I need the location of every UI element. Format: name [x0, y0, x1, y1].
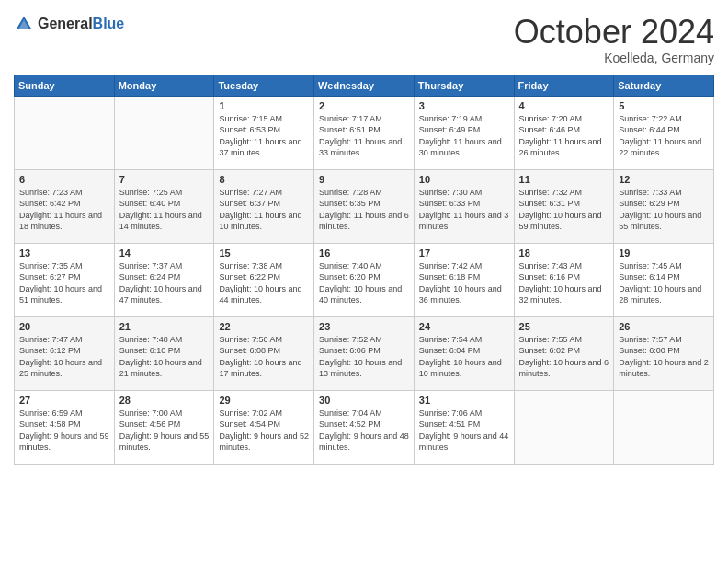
- calendar-cell: 22Sunrise: 7:50 AMSunset: 6:08 PMDayligh…: [214, 316, 314, 390]
- day-number: 20: [19, 321, 109, 332]
- day-number: 22: [219, 321, 309, 332]
- day-number: 19: [619, 247, 709, 259]
- day-number: 2: [319, 100, 409, 111]
- day-number: 16: [319, 247, 409, 259]
- day-number: 17: [419, 247, 509, 259]
- calendar-week-2: 6Sunrise: 7:23 AMSunset: 6:42 PMDaylight…: [15, 169, 714, 243]
- calendar-cell: 23Sunrise: 7:52 AMSunset: 6:06 PMDayligh…: [314, 316, 415, 390]
- day-number: 6: [19, 174, 109, 185]
- calendar-cell: 16Sunrise: 7:40 AMSunset: 6:20 PMDayligh…: [314, 243, 415, 316]
- calendar-cell: 7Sunrise: 7:25 AMSunset: 6:40 PMDaylight…: [114, 169, 214, 243]
- header-saturday: Saturday: [614, 75, 714, 96]
- day-number: 31: [419, 395, 509, 406]
- calendar-cell: 28Sunrise: 7:00 AMSunset: 4:56 PMDayligh…: [114, 390, 214, 464]
- title-block: October 2024 Koelleda, Germany: [514, 14, 714, 65]
- calendar-cell: 27Sunrise: 6:59 AMSunset: 4:58 PMDayligh…: [15, 390, 115, 464]
- calendar-cell: 8Sunrise: 7:27 AMSunset: 6:37 PMDaylight…: [214, 169, 314, 243]
- day-detail: Sunrise: 7:15 AMSunset: 6:53 PMDaylight:…: [219, 113, 309, 159]
- logo-blue: Blue: [93, 16, 125, 31]
- calendar-cell: 12Sunrise: 7:33 AMSunset: 6:29 PMDayligh…: [614, 169, 714, 243]
- header-sunday: Sunday: [15, 75, 115, 96]
- day-detail: Sunrise: 7:57 AMSunset: 6:00 PMDaylight:…: [619, 334, 709, 380]
- calendar-cell: 15Sunrise: 7:38 AMSunset: 6:22 PMDayligh…: [214, 243, 314, 316]
- calendar-cell: 29Sunrise: 7:02 AMSunset: 4:54 PMDayligh…: [214, 390, 314, 464]
- day-detail: Sunrise: 7:48 AMSunset: 6:10 PMDaylight:…: [119, 334, 210, 380]
- day-number: 10: [419, 174, 509, 185]
- calendar-cell: [114, 96, 214, 169]
- day-number: 18: [519, 247, 609, 259]
- day-number: 26: [619, 321, 709, 332]
- calendar-header-row: SundayMondayTuesdayWednesdayThursdayFrid…: [15, 75, 714, 96]
- day-detail: Sunrise: 7:28 AMSunset: 6:35 PMDaylight:…: [319, 187, 409, 233]
- header-friday: Friday: [514, 75, 614, 96]
- calendar-cell: 30Sunrise: 7:04 AMSunset: 4:52 PMDayligh…: [314, 390, 415, 464]
- day-detail: Sunrise: 7:00 AMSunset: 4:56 PMDaylight:…: [119, 408, 210, 454]
- calendar-cell: 31Sunrise: 7:06 AMSunset: 4:51 PMDayligh…: [414, 390, 514, 464]
- day-detail: Sunrise: 7:38 AMSunset: 6:22 PMDaylight:…: [219, 260, 309, 306]
- day-detail: Sunrise: 7:40 AMSunset: 6:20 PMDaylight:…: [319, 260, 409, 306]
- month-title: October 2024: [514, 14, 714, 51]
- day-number: 1: [219, 100, 309, 111]
- calendar-cell: 4Sunrise: 7:20 AMSunset: 6:46 PMDaylight…: [514, 96, 614, 169]
- calendar-cell: 2Sunrise: 7:17 AMSunset: 6:51 PMDaylight…: [314, 96, 415, 169]
- day-number: 28: [119, 395, 210, 406]
- calendar-cell: 11Sunrise: 7:32 AMSunset: 6:31 PMDayligh…: [514, 169, 614, 243]
- day-detail: Sunrise: 7:06 AMSunset: 4:51 PMDaylight:…: [419, 408, 509, 454]
- day-number: 25: [519, 321, 609, 332]
- day-number: 21: [119, 321, 210, 332]
- day-detail: Sunrise: 7:50 AMSunset: 6:08 PMDaylight:…: [219, 334, 309, 380]
- header-wednesday: Wednesday: [314, 75, 415, 96]
- calendar-table: SundayMondayTuesdayWednesdayThursdayFrid…: [14, 75, 714, 465]
- day-number: 30: [319, 395, 409, 406]
- calendar-cell: 20Sunrise: 7:47 AMSunset: 6:12 PMDayligh…: [15, 316, 115, 390]
- calendar-cell: 25Sunrise: 7:55 AMSunset: 6:02 PMDayligh…: [514, 316, 614, 390]
- calendar-cell: 19Sunrise: 7:45 AMSunset: 6:14 PMDayligh…: [614, 243, 714, 316]
- calendar-cell: 13Sunrise: 7:35 AMSunset: 6:27 PMDayligh…: [15, 243, 115, 316]
- day-number: 15: [219, 247, 309, 259]
- calendar-week-4: 20Sunrise: 7:47 AMSunset: 6:12 PMDayligh…: [15, 316, 714, 390]
- day-detail: Sunrise: 7:47 AMSunset: 6:12 PMDaylight:…: [19, 334, 109, 380]
- calendar-cell: 17Sunrise: 7:42 AMSunset: 6:18 PMDayligh…: [414, 243, 514, 316]
- calendar-cell: 21Sunrise: 7:48 AMSunset: 6:10 PMDayligh…: [114, 316, 214, 390]
- day-detail: Sunrise: 7:45 AMSunset: 6:14 PMDaylight:…: [619, 260, 709, 306]
- day-number: 9: [319, 174, 409, 185]
- day-number: 12: [619, 174, 709, 185]
- day-detail: Sunrise: 7:04 AMSunset: 4:52 PMDaylight:…: [319, 408, 409, 454]
- day-detail: Sunrise: 7:32 AMSunset: 6:31 PMDaylight:…: [519, 187, 609, 233]
- logo: GeneralBlue: [14, 14, 124, 34]
- day-detail: Sunrise: 7:52 AMSunset: 6:06 PMDaylight:…: [319, 334, 409, 380]
- page-header: GeneralBlue October 2024 Koelleda, Germa…: [14, 14, 714, 65]
- calendar-cell: 24Sunrise: 7:54 AMSunset: 6:04 PMDayligh…: [414, 316, 514, 390]
- day-detail: Sunrise: 6:59 AMSunset: 4:58 PMDaylight:…: [19, 408, 109, 454]
- calendar-cell: 1Sunrise: 7:15 AMSunset: 6:53 PMDaylight…: [214, 96, 314, 169]
- calendar-cell: [614, 390, 714, 464]
- header-thursday: Thursday: [414, 75, 514, 96]
- day-detail: Sunrise: 7:35 AMSunset: 6:27 PMDaylight:…: [19, 260, 109, 306]
- calendar-cell: [15, 96, 115, 169]
- header-monday: Monday: [114, 75, 214, 96]
- day-number: 27: [19, 395, 109, 406]
- day-number: 11: [519, 174, 609, 185]
- calendar-cell: 9Sunrise: 7:28 AMSunset: 6:35 PMDaylight…: [314, 169, 415, 243]
- day-detail: Sunrise: 7:54 AMSunset: 6:04 PMDaylight:…: [419, 334, 509, 380]
- calendar-week-3: 13Sunrise: 7:35 AMSunset: 6:27 PMDayligh…: [15, 243, 714, 316]
- location-title: Koelleda, Germany: [514, 51, 714, 65]
- day-number: 7: [119, 174, 210, 185]
- calendar-cell: 26Sunrise: 7:57 AMSunset: 6:00 PMDayligh…: [614, 316, 714, 390]
- day-detail: Sunrise: 7:55 AMSunset: 6:02 PMDaylight:…: [519, 334, 609, 380]
- day-number: 29: [219, 395, 309, 406]
- day-number: 23: [319, 321, 409, 332]
- day-number: 4: [519, 100, 609, 111]
- day-number: 13: [19, 247, 109, 259]
- day-detail: Sunrise: 7:33 AMSunset: 6:29 PMDaylight:…: [619, 187, 709, 233]
- day-detail: Sunrise: 7:42 AMSunset: 6:18 PMDaylight:…: [419, 260, 509, 306]
- day-number: 3: [419, 100, 509, 111]
- day-number: 24: [419, 321, 509, 332]
- logo-general: General: [38, 16, 93, 31]
- day-detail: Sunrise: 7:30 AMSunset: 6:33 PMDaylight:…: [419, 187, 509, 233]
- day-number: 5: [619, 100, 709, 111]
- day-number: 14: [119, 247, 210, 259]
- calendar-week-5: 27Sunrise: 6:59 AMSunset: 4:58 PMDayligh…: [15, 390, 714, 464]
- day-number: 8: [219, 174, 309, 185]
- day-detail: Sunrise: 7:25 AMSunset: 6:40 PMDaylight:…: [119, 187, 210, 233]
